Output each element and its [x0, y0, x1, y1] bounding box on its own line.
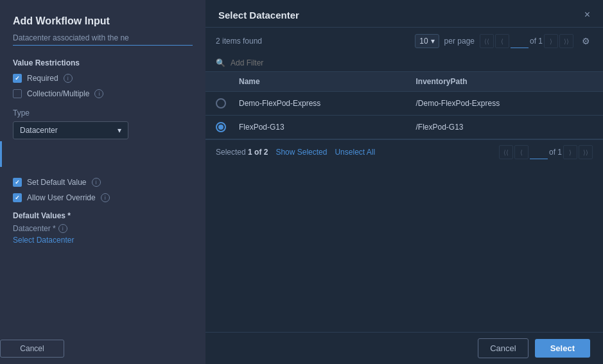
required-label: Required	[27, 74, 58, 83]
footer-last-page-button[interactable]: ⟩⟩	[579, 145, 593, 159]
select-datacenter-modal: Select Datacenter × 2 items found 10 ▾ p…	[205, 0, 603, 364]
panel-subtitle: Datacenter associated with the ne	[13, 33, 193, 46]
selected-count: 1 of 2	[248, 148, 268, 157]
pagination-controls: ⟨⟨ ⟨ 1 of 1 ⟩ ⟩⟩	[480, 34, 573, 48]
footer-pagination: ⟨⟨ ⟨ 1 of 1 ⟩ ⟩⟩	[499, 145, 593, 159]
footer-first-page-button[interactable]: ⟨⟨	[499, 145, 513, 159]
collection-multiple-checkbox[interactable]	[13, 89, 22, 98]
items-found: 2 items found	[216, 37, 262, 46]
page-number-input[interactable]: 1	[511, 34, 529, 48]
row2-name: FlexPod-G13	[239, 123, 416, 132]
value-restrictions-section: Value Restrictions Required i Collection…	[13, 58, 193, 98]
table-footer: Selected 1 of 2 Show Selected Unselect A…	[205, 139, 603, 164]
collection-multiple-info-icon: i	[94, 89, 103, 98]
allow-override-label: Allow User Override	[27, 193, 96, 202]
datacenter-label: Datacenter * i	[13, 224, 193, 233]
footer-page-number-input[interactable]: 1	[530, 145, 548, 159]
prev-page-button[interactable]: ⟨	[495, 34, 509, 48]
allow-override-checkbox[interactable]	[13, 193, 22, 202]
table-header: Name InventoryPath	[205, 72, 603, 92]
modal-title: Select Datacenter	[218, 10, 299, 21]
modal-toolbar: 2 items found 10 ▾ per page ⟨⟨ ⟨ 1 of 1 …	[205, 28, 603, 55]
show-selected-button[interactable]: Show Selected	[275, 148, 327, 157]
blue-left-bar	[0, 141, 2, 167]
table: Name InventoryPath Demo-FlexPod-Express …	[205, 72, 603, 139]
row2-inventory-path: /FlexPod-G13	[416, 123, 593, 132]
value-restrictions-label: Value Restrictions	[13, 58, 193, 67]
filter-row: 🔍	[205, 55, 603, 72]
type-dropdown[interactable]: Datacenter ▾	[13, 121, 128, 139]
set-default-section: Set Default Value i Allow User Override …	[13, 178, 193, 245]
per-page-dropdown[interactable]: 10 ▾	[415, 34, 439, 48]
required-info-icon: i	[64, 74, 73, 83]
required-checkbox[interactable]	[13, 74, 22, 83]
type-value: Datacenter	[20, 126, 58, 135]
allow-override-row: Allow User Override i	[13, 193, 193, 202]
cancel-button[interactable]: Cancel	[478, 338, 528, 358]
per-page-label: per page	[444, 37, 475, 46]
workflow-input-panel: Add Workflow Input Datacenter associated…	[0, 0, 205, 364]
next-page-button[interactable]: ⟩	[544, 34, 558, 48]
table-row[interactable]: Demo-FlexPod-Express /Demo-FlexPod-Expre…	[205, 92, 603, 116]
footer-prev-page-button[interactable]: ⟨	[514, 145, 529, 159]
modal-action-bar: Cancel Select	[205, 332, 603, 364]
th-name: Name	[239, 77, 416, 86]
footer-page-total: of 1	[549, 148, 562, 157]
th-select	[216, 77, 239, 86]
footer-next-page-button[interactable]: ⟩	[563, 145, 577, 159]
row1-radio[interactable]	[216, 98, 226, 108]
selected-text: Selected 1 of 2	[216, 148, 268, 157]
set-default-checkbox[interactable]	[13, 178, 22, 187]
set-default-row: Set Default Value i	[13, 178, 193, 187]
collection-multiple-label: Collection/Multiple	[27, 89, 89, 98]
table-row[interactable]: FlexPod-G13 /FlexPod-G13	[205, 116, 603, 139]
set-default-label: Set Default Value	[27, 178, 87, 187]
first-page-button[interactable]: ⟨⟨	[480, 34, 494, 48]
search-icon: 🔍	[216, 58, 225, 67]
last-page-button[interactable]: ⟩⟩	[559, 34, 573, 48]
allow-override-info-icon: i	[101, 193, 110, 202]
cancel-button-left[interactable]: Cancel	[0, 340, 64, 358]
default-values-label: Default Values *	[13, 211, 193, 220]
type-section: Type Datacenter ▾	[13, 108, 193, 139]
datacenter-info-icon: i	[58, 224, 67, 233]
type-section-label: Type	[13, 108, 193, 117]
per-page-value: 10	[419, 37, 428, 46]
select-datacenter-link[interactable]: Select Datacenter	[13, 236, 193, 245]
th-inventory-path: InventoryPath	[416, 77, 593, 86]
row1-name: Demo-FlexPod-Express	[239, 99, 416, 108]
select-button[interactable]: Select	[535, 339, 590, 358]
page-total: of 1	[530, 37, 543, 46]
close-icon[interactable]: ×	[584, 9, 590, 21]
chevron-down-icon: ▾	[118, 126, 121, 135]
unselect-all-button[interactable]: Unselect All	[335, 148, 375, 157]
modal-header: Select Datacenter ×	[205, 0, 603, 28]
set-default-info-icon: i	[92, 178, 101, 187]
required-row: Required i	[13, 74, 193, 83]
filter-input[interactable]	[231, 58, 593, 67]
collection-multiple-row: Collection/Multiple i	[13, 89, 193, 98]
chevron-down-icon: ▾	[431, 37, 435, 46]
settings-icon[interactable]: ⚙	[579, 34, 593, 48]
panel-title: Add Workflow Input	[13, 15, 193, 27]
row2-radio[interactable]	[216, 122, 226, 132]
row1-inventory-path: /Demo-FlexPod-Express	[416, 99, 593, 108]
